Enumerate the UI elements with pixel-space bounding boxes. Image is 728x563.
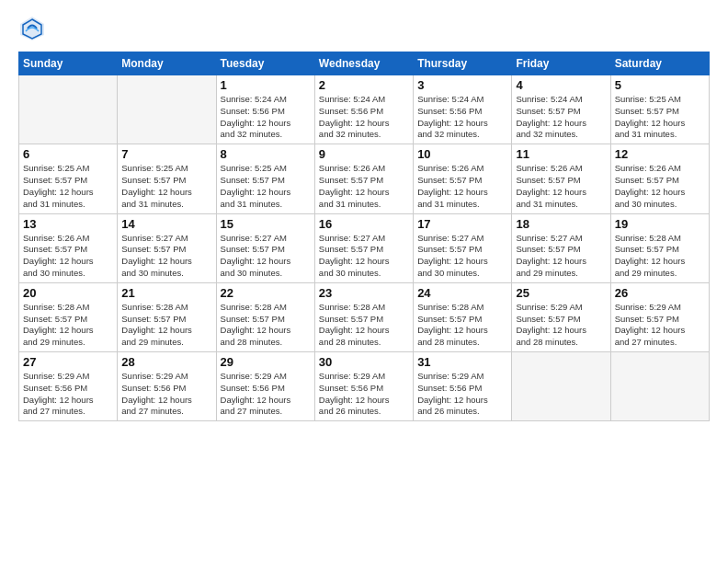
day-info: Sunrise: 5:27 AM Sunset: 5:57 PM Dayligh… — [417, 233, 507, 280]
calendar-cell: 2Sunrise: 5:24 AM Sunset: 5:56 PM Daylig… — [314, 75, 413, 144]
calendar-cell: 6Sunrise: 5:25 AM Sunset: 5:57 PM Daylig… — [19, 144, 118, 213]
day-info: Sunrise: 5:28 AM Sunset: 5:57 PM Dayligh… — [23, 302, 113, 349]
day-info: Sunrise: 5:25 AM Sunset: 5:57 PM Dayligh… — [23, 163, 113, 210]
day-number: 13 — [23, 217, 113, 231]
calendar-cell: 4Sunrise: 5:24 AM Sunset: 5:57 PM Daylig… — [512, 75, 610, 144]
weekday-header-tuesday: Tuesday — [216, 52, 314, 75]
day-number: 25 — [516, 286, 606, 300]
calendar-cell: 27Sunrise: 5:29 AM Sunset: 5:56 PM Dayli… — [19, 352, 118, 421]
weekday-header-wednesday: Wednesday — [314, 52, 413, 75]
day-number: 26 — [615, 286, 705, 300]
day-info: Sunrise: 5:28 AM Sunset: 5:57 PM Dayligh… — [615, 233, 705, 280]
calendar-cell: 10Sunrise: 5:26 AM Sunset: 5:57 PM Dayli… — [414, 144, 512, 213]
day-number: 20 — [23, 286, 113, 300]
page: SundayMondayTuesdayWednesdayThursdayFrid… — [0, 0, 728, 563]
day-number: 4 — [516, 78, 606, 92]
day-info: Sunrise: 5:27 AM Sunset: 5:57 PM Dayligh… — [319, 233, 409, 280]
calendar-cell: 5Sunrise: 5:25 AM Sunset: 5:57 PM Daylig… — [610, 75, 709, 144]
day-info: Sunrise: 5:28 AM Sunset: 5:57 PM Dayligh… — [121, 302, 211, 349]
calendar-cell: 23Sunrise: 5:28 AM Sunset: 5:57 PM Dayli… — [314, 282, 413, 351]
day-number: 14 — [121, 217, 211, 231]
day-info: Sunrise: 5:25 AM Sunset: 5:57 PM Dayligh… — [221, 163, 311, 210]
day-number: 5 — [615, 78, 705, 92]
week-row-4: 27Sunrise: 5:29 AM Sunset: 5:56 PM Dayli… — [19, 352, 710, 421]
day-number: 6 — [23, 147, 113, 161]
calendar-cell: 9Sunrise: 5:26 AM Sunset: 5:57 PM Daylig… — [314, 144, 413, 213]
calendar-cell — [512, 352, 610, 421]
weekday-header-row: SundayMondayTuesdayWednesdayThursdayFrid… — [19, 52, 710, 75]
day-number: 21 — [121, 286, 211, 300]
calendar-cell: 24Sunrise: 5:28 AM Sunset: 5:57 PM Dayli… — [414, 282, 512, 351]
calendar-table: SundayMondayTuesdayWednesdayThursdayFrid… — [18, 52, 710, 421]
day-number: 9 — [319, 147, 409, 161]
calendar-cell: 29Sunrise: 5:29 AM Sunset: 5:56 PM Dayli… — [216, 352, 314, 421]
weekday-header-sunday: Sunday — [19, 52, 118, 75]
calendar-cell: 26Sunrise: 5:29 AM Sunset: 5:57 PM Dayli… — [610, 282, 709, 351]
calendar-cell: 15Sunrise: 5:27 AM Sunset: 5:57 PM Dayli… — [216, 213, 314, 282]
day-number: 16 — [319, 217, 409, 231]
calendar-cell: 11Sunrise: 5:26 AM Sunset: 5:57 PM Dayli… — [512, 144, 610, 213]
day-number: 23 — [319, 286, 409, 300]
calendar-cell: 20Sunrise: 5:28 AM Sunset: 5:57 PM Dayli… — [19, 282, 118, 351]
day-number: 12 — [615, 147, 705, 161]
calendar-cell — [118, 75, 216, 144]
day-info: Sunrise: 5:25 AM Sunset: 5:57 PM Dayligh… — [615, 94, 705, 141]
day-info: Sunrise: 5:29 AM Sunset: 5:56 PM Dayligh… — [121, 371, 211, 418]
week-row-1: 6Sunrise: 5:25 AM Sunset: 5:57 PM Daylig… — [19, 144, 710, 213]
day-info: Sunrise: 5:29 AM Sunset: 5:57 PM Dayligh… — [615, 302, 705, 349]
calendar-cell — [610, 352, 709, 421]
day-info: Sunrise: 5:29 AM Sunset: 5:56 PM Dayligh… — [319, 371, 409, 418]
day-info: Sunrise: 5:26 AM Sunset: 5:57 PM Dayligh… — [615, 163, 705, 210]
calendar-cell: 8Sunrise: 5:25 AM Sunset: 5:57 PM Daylig… — [216, 144, 314, 213]
day-info: Sunrise: 5:24 AM Sunset: 5:56 PM Dayligh… — [221, 94, 311, 141]
day-number: 29 — [221, 355, 311, 369]
day-number: 2 — [319, 78, 409, 92]
calendar-cell: 28Sunrise: 5:29 AM Sunset: 5:56 PM Dayli… — [118, 352, 216, 421]
calendar-cell: 17Sunrise: 5:27 AM Sunset: 5:57 PM Dayli… — [414, 213, 512, 282]
day-info: Sunrise: 5:29 AM Sunset: 5:56 PM Dayligh… — [23, 371, 113, 418]
day-info: Sunrise: 5:27 AM Sunset: 5:57 PM Dayligh… — [516, 233, 606, 280]
calendar-cell: 18Sunrise: 5:27 AM Sunset: 5:57 PM Dayli… — [512, 213, 610, 282]
day-number: 27 — [23, 355, 113, 369]
calendar-cell: 1Sunrise: 5:24 AM Sunset: 5:56 PM Daylig… — [216, 75, 314, 144]
day-info: Sunrise: 5:24 AM Sunset: 5:57 PM Dayligh… — [516, 94, 606, 141]
day-number: 11 — [516, 147, 606, 161]
logo — [18, 15, 50, 42]
calendar-cell: 21Sunrise: 5:28 AM Sunset: 5:57 PM Dayli… — [118, 282, 216, 351]
day-info: Sunrise: 5:28 AM Sunset: 5:57 PM Dayligh… — [221, 302, 311, 349]
calendar-cell: 16Sunrise: 5:27 AM Sunset: 5:57 PM Dayli… — [314, 213, 413, 282]
calendar-cell: 12Sunrise: 5:26 AM Sunset: 5:57 PM Dayli… — [610, 144, 709, 213]
calendar-cell: 19Sunrise: 5:28 AM Sunset: 5:57 PM Dayli… — [610, 213, 709, 282]
day-number: 8 — [221, 147, 311, 161]
calendar-cell: 13Sunrise: 5:26 AM Sunset: 5:57 PM Dayli… — [19, 213, 118, 282]
day-info: Sunrise: 5:25 AM Sunset: 5:57 PM Dayligh… — [121, 163, 211, 210]
calendar-cell: 14Sunrise: 5:27 AM Sunset: 5:57 PM Dayli… — [118, 213, 216, 282]
svg-marker-0 — [20, 17, 44, 40]
day-info: Sunrise: 5:29 AM Sunset: 5:57 PM Dayligh… — [516, 302, 606, 349]
logo-icon — [18, 15, 46, 42]
day-number: 15 — [221, 217, 311, 231]
day-info: Sunrise: 5:28 AM Sunset: 5:57 PM Dayligh… — [417, 302, 507, 349]
day-info: Sunrise: 5:24 AM Sunset: 5:56 PM Dayligh… — [319, 94, 409, 141]
week-row-0: 1Sunrise: 5:24 AM Sunset: 5:56 PM Daylig… — [19, 75, 710, 144]
day-info: Sunrise: 5:26 AM Sunset: 5:57 PM Dayligh… — [516, 163, 606, 210]
calendar-cell: 7Sunrise: 5:25 AM Sunset: 5:57 PM Daylig… — [118, 144, 216, 213]
day-info: Sunrise: 5:24 AM Sunset: 5:56 PM Dayligh… — [417, 94, 507, 141]
day-number: 19 — [615, 217, 705, 231]
day-info: Sunrise: 5:29 AM Sunset: 5:56 PM Dayligh… — [417, 371, 507, 418]
calendar-cell: 31Sunrise: 5:29 AM Sunset: 5:56 PM Dayli… — [414, 352, 512, 421]
day-number: 31 — [417, 355, 507, 369]
day-number: 24 — [417, 286, 507, 300]
day-info: Sunrise: 5:27 AM Sunset: 5:57 PM Dayligh… — [121, 233, 211, 280]
day-number: 7 — [121, 147, 211, 161]
day-number: 28 — [121, 355, 211, 369]
day-number: 18 — [516, 217, 606, 231]
calendar-cell: 30Sunrise: 5:29 AM Sunset: 5:56 PM Dayli… — [314, 352, 413, 421]
day-number: 1 — [221, 78, 311, 92]
week-row-3: 20Sunrise: 5:28 AM Sunset: 5:57 PM Dayli… — [19, 282, 710, 351]
weekday-header-friday: Friday — [512, 52, 610, 75]
day-info: Sunrise: 5:27 AM Sunset: 5:57 PM Dayligh… — [221, 233, 311, 280]
weekday-header-saturday: Saturday — [610, 52, 709, 75]
day-info: Sunrise: 5:28 AM Sunset: 5:57 PM Dayligh… — [319, 302, 409, 349]
day-info: Sunrise: 5:26 AM Sunset: 5:57 PM Dayligh… — [23, 233, 113, 280]
